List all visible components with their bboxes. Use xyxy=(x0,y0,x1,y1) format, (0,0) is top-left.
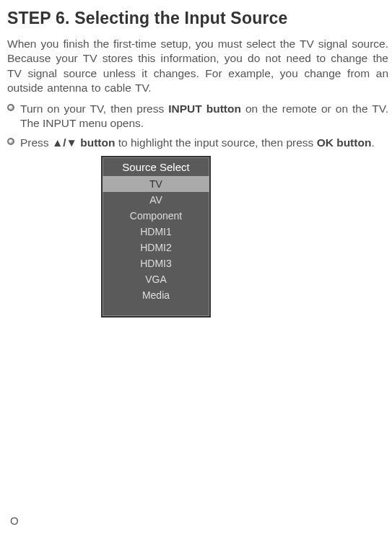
instruction-item: Turn on your TV, then press INPUT button… xyxy=(7,102,388,131)
source-item-media[interactable]: Media xyxy=(103,287,209,303)
source-item-hdmi1[interactable]: HDMI1 xyxy=(103,224,209,240)
source-item-av[interactable]: AV xyxy=(103,192,209,208)
bullet-icon xyxy=(7,138,14,145)
source-item-hdmi2[interactable]: HDMI2 xyxy=(103,240,209,255)
instruction-text-middle: to highlight the input source, then pres… xyxy=(115,136,316,149)
page-footer-letter: O xyxy=(10,515,19,527)
instruction-item: Press ▲/▼ button to highlight the input … xyxy=(7,136,388,150)
instruction-text-prefix: Press xyxy=(20,136,52,149)
source-select-menu: Source Select TVAVComponentHDMI1HDMI2HDM… xyxy=(101,156,211,318)
page-title: STEP 6. Selecting the Input Source xyxy=(7,9,388,28)
instruction-bold: ▲/▼ button xyxy=(52,136,116,149)
source-select-wrap: Source Select TVAVComponentHDMI1HDMI2HDM… xyxy=(101,156,388,318)
instruction-bold2: OK button xyxy=(317,136,372,149)
source-item-tv[interactable]: TV xyxy=(103,176,209,192)
intro-paragraph: When you finish the first-time setup, yo… xyxy=(7,37,388,96)
source-item-hdmi3[interactable]: HDMI3 xyxy=(103,255,209,271)
bullet-icon xyxy=(7,104,14,111)
instruction-list: Turn on your TV, then press INPUT button… xyxy=(7,102,388,150)
source-item-vga[interactable]: VGA xyxy=(103,271,209,287)
instruction-text-suffix: . xyxy=(371,136,374,149)
source-select-title: Source Select xyxy=(103,157,209,176)
instruction-text-prefix: Turn on your TV, then press xyxy=(20,102,168,115)
instruction-bold: INPUT button xyxy=(168,102,241,115)
source-select-list: TVAVComponentHDMI1HDMI2HDMI3VGAMedia xyxy=(103,176,209,316)
source-item-component[interactable]: Component xyxy=(103,208,209,224)
